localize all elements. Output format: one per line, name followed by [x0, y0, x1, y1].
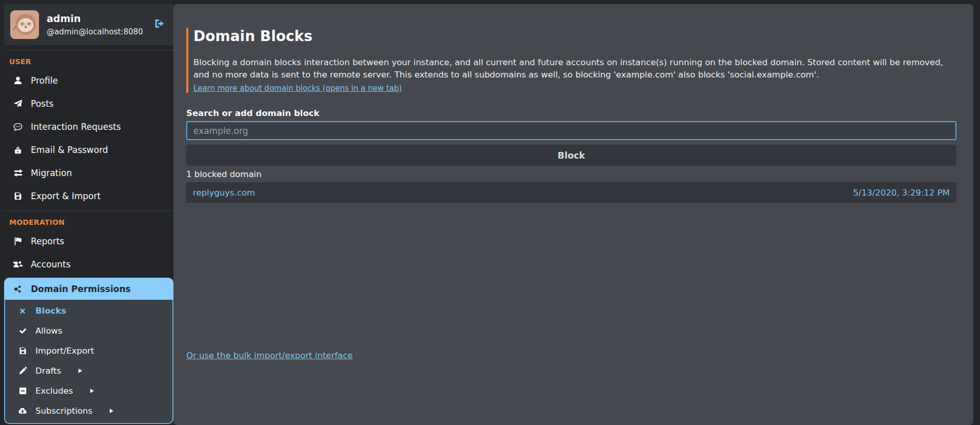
sidebar-item-label: Import/Export — [35, 346, 94, 356]
arrows-left-right-icon — [13, 168, 23, 178]
divider — [4, 50, 173, 50]
sidebar-item-label: Reports — [31, 236, 64, 246]
divider — [4, 210, 173, 211]
xmark-icon — [17, 307, 28, 315]
sidebar-item-label: Migration — [31, 168, 72, 178]
square-minus-icon — [17, 387, 28, 395]
page-description: Blocking a domain blocks interaction bet… — [193, 56, 956, 81]
sidebar: admin @admin@localhost:8080 USER Profile… — [4, 4, 173, 425]
sidebar-item-label: Subscriptions — [35, 406, 92, 416]
block-button[interactable]: Block — [186, 145, 956, 166]
section-label-moderation: MODERATION — [9, 218, 173, 226]
sidebar-item-subscriptions[interactable]: Subscriptions — [5, 401, 172, 421]
sidebar-item-export-import[interactable]: Export & Import — [4, 184, 173, 207]
paper-plane-icon — [13, 99, 23, 108]
page-header: Domain Blocks Blocking a domain blocks i… — [186, 28, 956, 93]
circle-nodes-icon — [13, 284, 23, 294]
flag-icon — [13, 237, 23, 246]
check-icon — [17, 326, 28, 335]
avatar — [10, 10, 39, 39]
domain-permissions-submenu: Blocks Allows Import/Export Drafts — [4, 300, 173, 424]
blocked-domain-link[interactable]: replyguys.com — [193, 188, 255, 198]
sidebar-item-migration[interactable]: Migration — [4, 161, 173, 184]
sidebar-item-label: Interaction Requests — [31, 122, 121, 132]
sidebar-item-allows[interactable]: Allows — [5, 321, 172, 341]
floppy-disk-icon — [13, 191, 23, 201]
cloud-download-icon — [17, 407, 28, 415]
sidebar-item-accounts[interactable]: Accounts — [4, 253, 173, 276]
sidebar-item-label: Blocks — [35, 306, 66, 316]
sidebar-item-label: Email & Password — [31, 145, 108, 155]
sidebar-item-reports[interactable]: Reports — [4, 229, 173, 253]
sidebar-item-excludes[interactable]: Excludes — [5, 381, 172, 401]
sidebar-item-label: Excludes — [35, 386, 73, 396]
sidebar-item-email-password[interactable]: Email & Password — [4, 138, 173, 161]
blocked-domain-row[interactable]: replyguys.com 5/13/2020, 3:29:12 PM — [186, 182, 956, 203]
sidebar-item-label: Posts — [31, 99, 53, 109]
sidebar-item-profile[interactable]: Profile — [4, 69, 173, 92]
sidebar-item-drafts[interactable]: Drafts — [5, 361, 172, 381]
blocked-domain-date: 5/13/2020, 3:29:12 PM — [853, 188, 950, 198]
main-panel: Domain Blocks Blocking a domain blocks i… — [173, 4, 973, 425]
sidebar-item-label: Accounts — [31, 259, 71, 269]
sidebar-item-label: Drafts — [35, 366, 61, 376]
user-name: admin — [47, 13, 143, 25]
pencil-icon — [17, 366, 28, 375]
sidebar-item-import-export[interactable]: Import/Export — [5, 341, 172, 361]
blocked-count: 1 blocked domain — [186, 169, 956, 179]
users-icon — [13, 260, 23, 269]
sidebar-item-blocks[interactable]: Blocks — [5, 301, 172, 321]
sidebar-item-label: Export & Import — [31, 191, 101, 201]
floppy-disk-icon — [17, 346, 28, 355]
user-card: admin @admin@localhost:8080 — [4, 4, 173, 45]
sidebar-item-label: Domain Permissions — [31, 284, 131, 294]
sidebar-item-label: Profile — [31, 75, 58, 86]
sidebar-item-posts[interactable]: Posts — [4, 92, 173, 115]
comment-dots-icon — [13, 122, 23, 131]
user-lock-icon — [13, 145, 23, 154]
caret-right-icon — [75, 368, 85, 374]
caret-right-icon — [106, 408, 116, 414]
page-title: Domain Blocks — [193, 28, 956, 45]
search-label: Search or add domain block — [186, 108, 956, 118]
sidebar-item-interaction-requests[interactable]: Interaction Requests — [4, 115, 173, 138]
user-handle: @admin@localhost:8080 — [47, 27, 143, 36]
sidebar-item-label: Allows — [35, 326, 63, 336]
section-label-user: USER — [9, 57, 173, 66]
user-icon — [13, 76, 23, 85]
user-names: admin @admin@localhost:8080 — [47, 13, 143, 36]
sidebar-item-domain-permissions[interactable]: Domain Permissions — [4, 278, 173, 300]
search-input[interactable] — [186, 121, 956, 140]
bulk-import-export-link[interactable]: Or use the bulk import/export interface — [186, 351, 352, 360]
learn-more-link[interactable]: Learn more about domain blocks (opens in… — [193, 84, 402, 93]
caret-right-icon — [87, 388, 97, 394]
sign-out-icon[interactable] — [151, 16, 167, 33]
